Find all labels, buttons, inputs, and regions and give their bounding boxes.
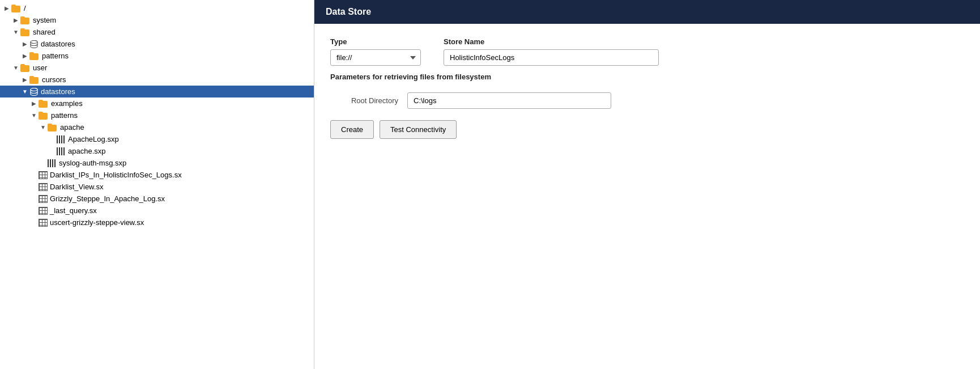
panel-body: Type file:// jdbc:// http:// Store Name … <box>314 24 980 369</box>
caret-apache: ▼ <box>39 124 48 130</box>
caret-shared-patterns: ▶ <box>20 53 29 59</box>
store-name-group: Store Name <box>444 37 659 66</box>
tree-label-user-examples: examples <box>51 99 83 108</box>
tree-label-user-patterns: patterns <box>51 111 78 120</box>
tree-item-shared[interactable]: ▼ shared <box>0 26 314 38</box>
caret-shared-datastores: ▶ <box>20 41 29 47</box>
tree-label-last-query: _last_query.sx <box>50 206 97 215</box>
root-directory-row: Root Directory <box>330 92 964 109</box>
root-directory-input[interactable] <box>407 92 611 109</box>
caret-user: ▼ <box>11 65 20 71</box>
type-group: Type file:// jdbc:// http:// <box>330 37 421 66</box>
caret-user-patterns: ▼ <box>29 112 39 118</box>
tree-item-user-examples[interactable]: ▶ examples <box>0 97 314 109</box>
tree-label-shared: shared <box>33 28 56 36</box>
tree-item-shared-patterns[interactable]: ▶ patterns <box>0 50 314 62</box>
tree-item-user-datastores[interactable]: ▼ datastores <box>0 86 314 97</box>
folder-icon-shared <box>20 28 31 36</box>
tree-label-system: system <box>33 16 56 24</box>
barcode-icon-apache-sxp <box>57 147 66 155</box>
button-row: Create Test Connectivity <box>330 120 964 139</box>
tree-item-apache[interactable]: ▼ apache <box>0 121 314 133</box>
folder-icon-user-patterns <box>39 112 49 120</box>
tree-item-uscert-grizzly[interactable]: ▶ uscert-grizzly-steppe-view.sx <box>0 217 314 228</box>
tree-label-shared-patterns: patterns <box>42 52 69 60</box>
caret-root: ▶ <box>2 5 11 11</box>
folder-icon-user-examples <box>39 100 49 108</box>
tree-label-user-cursors: cursors <box>42 75 66 84</box>
right-panel: Data Store Type file:// jdbc:// http:// … <box>314 0 980 369</box>
tree-item-apache-sxp[interactable]: ▶ apache.sxp <box>0 145 314 157</box>
barcode-icon-syslog-auth <box>48 159 57 167</box>
tree-item-last-query[interactable]: ▶ _last_query.sx <box>0 205 314 217</box>
create-button[interactable]: Create <box>330 120 374 139</box>
tree-label-apache: apache <box>60 123 84 132</box>
grid-icon-darklist-ips <box>39 171 48 179</box>
db-icon-user-datastores <box>29 88 39 96</box>
tree-item-root[interactable]: ▶ / <box>0 2 314 14</box>
tree-label-darklist-view: Darklist_View.sx <box>50 183 103 191</box>
tree-item-user-patterns[interactable]: ▼ patterns <box>0 109 314 121</box>
store-name-input[interactable] <box>444 49 659 66</box>
tree-label-grizzly-steppe: Grizzly_Steppe_In_Apache_Log.sx <box>50 194 165 203</box>
tree-label-syslog-auth: syslog-auth-msg.sxp <box>59 159 126 167</box>
barcode-icon-apachelog <box>57 135 66 143</box>
grid-icon-darklist-view <box>39 183 48 191</box>
type-select[interactable]: file:// jdbc:// http:// <box>330 49 421 66</box>
file-tree: ▶ / ▶ system ▼ shared ▶ datastores ▶ pat… <box>0 0 314 369</box>
folder-icon-shared-patterns <box>29 52 40 60</box>
tree-item-user[interactable]: ▼ user <box>0 62 314 74</box>
folder-icon-system <box>20 16 31 24</box>
root-directory-label: Root Directory <box>330 96 398 105</box>
caret-user-examples: ▶ <box>29 100 39 107</box>
panel-title: Data Store <box>326 7 371 16</box>
param-description: Parameters for retrieving files from fil… <box>330 73 964 81</box>
folder-icon-user <box>20 64 31 72</box>
tree-label-root: / <box>24 4 26 12</box>
folder-icon-root <box>11 5 22 12</box>
tree-label-darklist-ips: Darklist_IPs_In_HolisticInfoSec_Logs.sx <box>50 171 182 179</box>
caret-shared: ▼ <box>11 29 20 35</box>
folder-icon-user-cursors <box>29 76 40 84</box>
tree-item-grizzly-steppe[interactable]: ▶ Grizzly_Steppe_In_Apache_Log.sx <box>0 193 314 205</box>
tree-item-syslog-auth[interactable]: ▶ syslog-auth-msg.sxp <box>0 157 314 169</box>
caret-user-cursors: ▶ <box>20 77 29 83</box>
db-icon-shared-datastores <box>29 40 39 48</box>
tree-item-shared-datastores[interactable]: ▶ datastores <box>0 38 314 50</box>
tree-item-system[interactable]: ▶ system <box>0 14 314 26</box>
tree-item-apachelog-sxp[interactable]: ▶ ApacheLog.sxp <box>0 133 314 145</box>
svg-point-1 <box>31 88 37 91</box>
tree-label-uscert-grizzly: uscert-grizzly-steppe-view.sx <box>50 218 144 227</box>
grid-icon-grizzly-steppe <box>39 195 48 203</box>
tree-item-user-cursors[interactable]: ▶ cursors <box>0 74 314 86</box>
svg-point-0 <box>31 40 37 43</box>
tree-item-darklist-view[interactable]: ▶ Darklist_View.sx <box>0 181 314 193</box>
caret-user-datastores: ▼ <box>20 88 29 95</box>
panel-header: Data Store <box>314 0 980 24</box>
folder-icon-apache <box>48 124 58 132</box>
tree-label-user: user <box>33 63 47 72</box>
tree-label-shared-datastores: datastores <box>41 40 75 48</box>
grid-icon-last-query <box>39 207 48 215</box>
type-storename-row: Type file:// jdbc:// http:// Store Name <box>330 37 964 66</box>
type-label: Type <box>330 37 421 46</box>
tree-label-user-datastores: datastores <box>41 87 75 96</box>
tree-label-apache-sxp: apache.sxp <box>68 147 106 155</box>
test-connectivity-button[interactable]: Test Connectivity <box>380 120 457 139</box>
caret-system: ▶ <box>11 17 20 23</box>
store-name-label: Store Name <box>444 37 659 46</box>
tree-item-darklist-ips[interactable]: ▶ Darklist_IPs_In_HolisticInfoSec_Logs.s… <box>0 169 314 181</box>
tree-label-apachelog-sxp: ApacheLog.sxp <box>68 135 119 143</box>
grid-icon-uscert-grizzly <box>39 219 48 227</box>
